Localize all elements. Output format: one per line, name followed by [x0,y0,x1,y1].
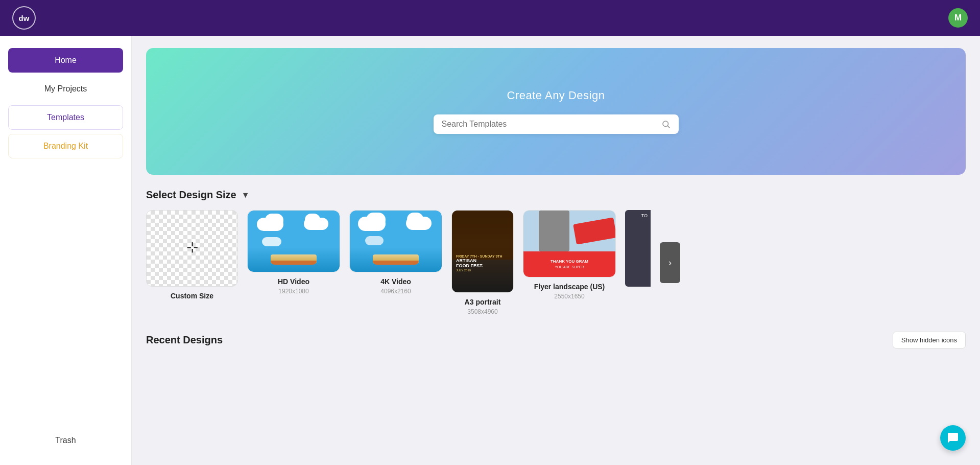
svg-line-1 [667,126,670,128]
size-card-a3-dims: 3508x4960 [467,308,497,315]
size-card-flyer-landscape[interactable]: THANK YOU GRAMYOU ARE SUPER Flyer landsc… [523,210,616,300]
hero-title: Create Any Design [507,89,605,102]
size-card-flyer-name: Flyer landscape (US) [534,283,605,291]
size-card-partial[interactable]: TO [625,210,651,287]
size-card-hd-video-name: HD Video [278,277,309,286]
size-card-custom-name: Custom Size [171,292,213,300]
sidebar-item-my-projects[interactable]: My Projects [8,77,123,101]
search-input[interactable] [442,120,656,129]
user-avatar[interactable]: M [948,8,968,28]
hd-video-thumb [248,211,340,272]
chat-button[interactable] [940,425,966,451]
logo[interactable]: dw [12,6,36,30]
search-icon [661,120,671,129]
main-content: Create Any Design Select Design Size ▼ ⊹… [132,36,980,465]
size-card-a3-portrait[interactable]: FRIDAY 7TH - SUNDAY 9TH ARTISANFOOD FEST… [451,210,514,315]
select-size-header: Select Design Size ▼ [146,189,966,201]
hero-banner: Create Any Design [146,48,966,175]
size-card-hd-video[interactable]: HD Video 1920x1080 [247,210,340,295]
top-navigation: dw M [0,0,980,36]
chat-icon [947,432,959,444]
size-card-flyer-dims: 2550x1650 [554,293,584,300]
show-hidden-button[interactable]: Show hidden icons [893,332,966,348]
select-size-title: Select Design Size [146,189,236,201]
filter-icon[interactable]: ▼ [242,191,250,200]
size-card-4k-video[interactable]: 4K Video 4096x2160 [349,210,442,295]
svg-point-0 [663,121,668,127]
flyer-landscape-thumb: THANK YOU GRAMYOU ARE SUPER [523,211,615,277]
size-cards-container: ⊹ Custom Size [146,210,966,315]
size-card-custom[interactable]: ⊹ Custom Size [146,210,238,300]
recent-designs-header: Recent Designs Show hidden icons [146,332,966,348]
4k-video-thumb [350,211,442,272]
search-bar [434,114,679,134]
sidebar: Home My Projects Templates Branding Kit … [0,36,132,465]
sidebar-item-templates[interactable]: Templates [8,105,123,130]
size-card-a3-name: A3 portrait [465,298,501,306]
sidebar-item-home[interactable]: Home [8,48,123,73]
size-card-4k-video-name: 4K Video [380,277,411,286]
size-card-4k-video-dims: 4096x2160 [380,288,411,295]
crop-icon: ⊹ [186,239,198,255]
a3-portrait-thumb: FRIDAY 7TH - SUNDAY 9TH ARTISANFOOD FEST… [452,211,513,292]
next-button[interactable]: › [660,242,680,283]
main-layout: Home My Projects Templates Branding Kit … [0,0,980,465]
recent-designs-title: Recent Designs [146,334,223,346]
sidebar-item-branding-kit[interactable]: Branding Kit [8,134,123,158]
size-card-hd-video-dims: 1920x1080 [278,288,308,295]
sidebar-item-trash[interactable]: Trash [8,428,123,453]
